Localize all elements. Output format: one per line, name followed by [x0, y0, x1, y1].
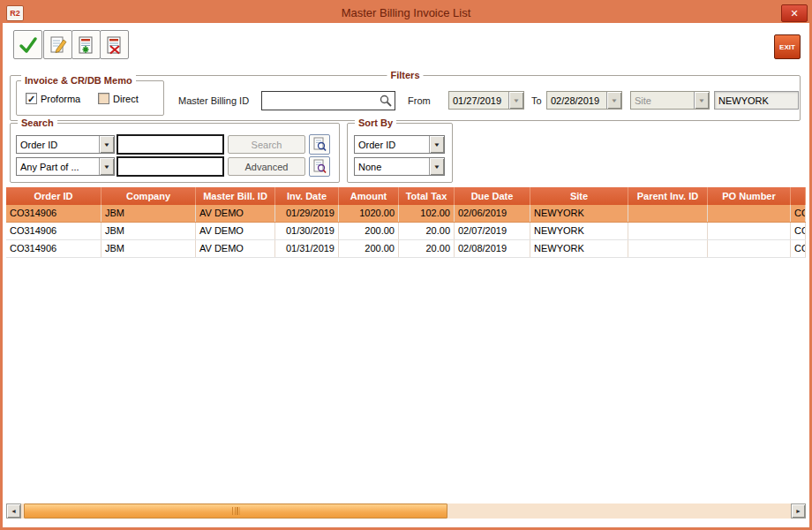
cell-total-tax: 20.00: [399, 240, 455, 257]
search-match-value: Any Part of ...: [17, 162, 99, 172]
column-header-inv-date[interactable]: Inv. Date: [275, 187, 339, 205]
search-match-select[interactable]: Any Part of ... ▼: [16, 157, 115, 176]
search-field-value: Order ID: [17, 140, 99, 150]
cell-total-tax: 20.00: [399, 223, 455, 239]
check-icon: [19, 35, 38, 55]
exit-button[interactable]: EXIT: [774, 34, 801, 59]
cell-parent-inv-id: [628, 205, 708, 222]
column-header-order-id[interactable]: Order ID: [6, 187, 102, 205]
dropdown-arrow-icon[interactable]: ▼: [99, 158, 114, 175]
invoice-document-icon: [77, 35, 96, 55]
exit-label: EXIT: [779, 43, 795, 51]
search-text-input[interactable]: [117, 134, 224, 155]
column-header-site[interactable]: Site: [530, 187, 628, 205]
cell-due-date: 02/06/2019: [455, 205, 530, 222]
window-title: Master Billing Invoice List: [3, 6, 809, 19]
cell-inv-date: 01/31/2019: [275, 240, 339, 257]
filters-group: Filters Invoice & CR/DB Memo ✓ Proforma …: [10, 75, 801, 121]
sort-by-group: Sort By Order ID ▼ None ▼: [347, 123, 453, 183]
cell-amount: 200.00: [339, 223, 399, 239]
column-header-parent-inv-id[interactable]: Parent Inv. ID: [628, 187, 708, 205]
scrollbar-grip: [232, 507, 240, 515]
dropdown-arrow-icon[interactable]: ▼: [99, 136, 114, 153]
master-billing-id-label: Master Billing ID: [178, 95, 249, 106]
cell-company: JBM: [102, 240, 196, 257]
column-header-overflow[interactable]: [791, 187, 806, 205]
direct-label: Direct: [113, 94, 139, 104]
toolbar-confirm-button[interactable]: [13, 30, 42, 59]
site-select[interactable]: Site ▼: [630, 91, 710, 110]
cell-master-bill-id: AV DEMO: [196, 240, 275, 257]
grid-header-row: Order ID Company Master Bill. ID Inv. Da…: [6, 187, 806, 205]
sort-primary-select[interactable]: Order ID ▼: [354, 135, 445, 154]
sort-by-group-label: Sort By: [355, 117, 396, 129]
cell-site: NEWYORK: [530, 240, 628, 257]
close-icon: ✕: [790, 8, 798, 19]
horizontal-scrollbar[interactable]: ◄ ►: [6, 504, 806, 519]
column-header-master-bill-id[interactable]: Master Bill. ID: [196, 187, 275, 205]
dropdown-arrow-icon[interactable]: ▼: [694, 92, 709, 109]
master-billing-id-input[interactable]: [261, 91, 395, 110]
cell-po-number: [708, 223, 791, 239]
app-window: R2 Master Billing Invoice List ✕: [0, 0, 812, 530]
scroll-left-button[interactable]: ◄: [6, 504, 21, 519]
scrollbar-thumb[interactable]: [24, 504, 447, 519]
to-date-picker[interactable]: 02/28/2019 ▼: [546, 91, 622, 110]
search-text-field: [117, 134, 224, 155]
advanced-button-label: Advanced: [245, 162, 289, 172]
dropdown-arrow-icon[interactable]: ▼: [606, 92, 621, 109]
search-group: Search Order ID ▼ Search Any Part of ...: [10, 123, 340, 183]
invoice-row[interactable]: CO314906 JBM AV DEMO 01/29/2019 1020.00 …: [6, 205, 806, 223]
scrollbar-track[interactable]: [21, 504, 791, 519]
invoice-row[interactable]: CO314906 JBM AV DEMO 01/31/2019 200.00 2…: [6, 240, 806, 258]
cell-company: JBM: [102, 223, 196, 239]
dropdown-arrow-icon[interactable]: ▼: [429, 136, 444, 153]
find-on-page-button[interactable]: [309, 134, 330, 155]
to-label: To: [531, 95, 542, 106]
dropdown-arrow-icon[interactable]: ▼: [508, 92, 523, 109]
direct-checkbox[interactable]: Direct: [98, 93, 139, 104]
cell-order-id: CO314906: [6, 223, 102, 239]
page-search-icon: [313, 137, 327, 152]
toolbar-view-invoice-button[interactable]: [71, 30, 101, 59]
cell-site: NEWYORK: [530, 205, 628, 222]
column-header-total-tax[interactable]: Total Tax: [399, 187, 455, 205]
advanced-find-button[interactable]: [309, 156, 330, 177]
scroll-right-button[interactable]: ►: [791, 504, 806, 519]
page-filter-icon: [313, 159, 327, 174]
site-select-value: Site: [631, 95, 694, 106]
cell-master-bill-id: AV DEMO: [196, 223, 275, 239]
edit-document-icon: [49, 35, 68, 55]
cell-parent-inv-id: [628, 240, 708, 257]
column-header-po-number[interactable]: PO Number: [708, 187, 791, 205]
master-billing-id-field: [261, 91, 395, 110]
column-header-amount[interactable]: Amount: [339, 187, 399, 205]
close-button[interactable]: ✕: [781, 4, 808, 22]
cell-company: JBM: [102, 205, 196, 222]
cell-due-date: 02/07/2019: [455, 223, 530, 239]
advanced-text-input[interactable]: [117, 156, 224, 177]
from-date-picker[interactable]: 01/27/2019 ▼: [448, 91, 524, 110]
filters-group-label: Filters: [387, 69, 423, 81]
search-button[interactable]: Search: [228, 135, 305, 154]
dropdown-arrow-icon[interactable]: ▼: [429, 158, 444, 175]
advanced-text-field: [117, 156, 224, 177]
column-header-due-date[interactable]: Due Date: [455, 187, 530, 205]
sort-secondary-value: None: [355, 162, 429, 172]
sort-secondary-select[interactable]: None ▼: [354, 157, 445, 176]
cell-order-id: CO314906: [6, 240, 102, 257]
column-header-company[interactable]: Company: [102, 187, 196, 205]
invoice-memo-group: Invoice & CR/DB Memo ✓ Proforma Direct: [16, 80, 164, 116]
site-value: NEWYORK: [718, 95, 769, 106]
search-icon[interactable]: [379, 94, 393, 108]
proforma-checkbox[interactable]: ✓ Proforma: [26, 93, 80, 104]
checkbox-box: ✓: [26, 93, 37, 104]
search-field-select[interactable]: Order ID ▼: [16, 135, 115, 154]
toolbar-edit-invoice-button[interactable]: [43, 30, 72, 59]
advanced-button[interactable]: Advanced: [228, 157, 305, 176]
cell-amount: 200.00: [339, 240, 399, 257]
cell-po-number: [708, 240, 791, 257]
invoice-row[interactable]: CO314906 JBM AV DEMO 01/30/2019 200.00 2…: [6, 223, 806, 240]
toolbar-void-invoice-button[interactable]: [100, 30, 129, 59]
invoice-memo-group-label: Invoice & CR/DB Memo: [21, 74, 136, 87]
